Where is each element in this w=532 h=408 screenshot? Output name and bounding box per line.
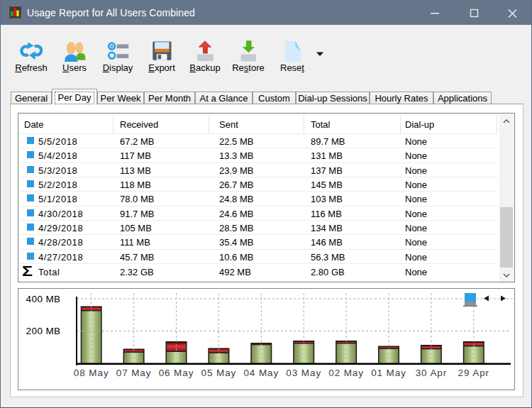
svg-text:07 May: 07 May — [116, 368, 152, 378]
svg-text:200 MB: 200 MB — [26, 326, 61, 336]
svg-text:30 Apr: 30 Apr — [416, 368, 447, 378]
svg-text:04 May: 04 May — [243, 368, 279, 378]
svg-text:400 MB: 400 MB — [26, 294, 61, 304]
svg-text:05 May: 05 May — [201, 368, 237, 378]
svg-text:29 Apr: 29 Apr — [458, 368, 489, 378]
svg-text:08 May: 08 May — [74, 368, 109, 378]
svg-text:03 May: 03 May — [286, 368, 321, 378]
svg-text:02 May: 02 May — [328, 368, 364, 378]
svg-text:01 May: 01 May — [371, 368, 406, 378]
svg-text:06 May: 06 May — [159, 368, 194, 378]
